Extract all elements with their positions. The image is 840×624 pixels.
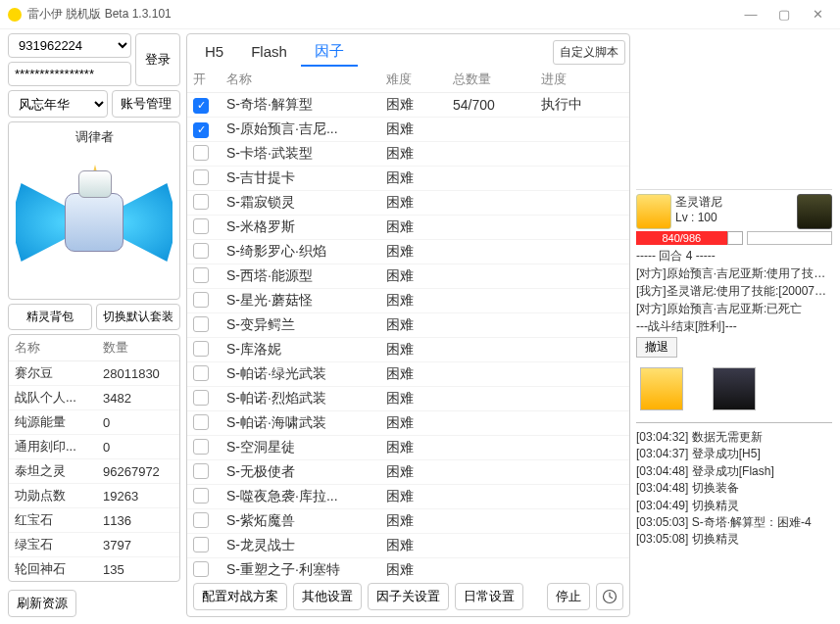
task-row[interactable]: S-龙灵战士困难 [187,534,629,558]
refresh-resources-button[interactable]: 刷新资源 [8,590,76,617]
schedule-button[interactable] [596,583,623,610]
task-row[interactable]: S-霜寂锁灵困难 [187,191,629,216]
factor-settings-button[interactable]: 因子关设置 [368,583,449,610]
account-manage-button[interactable]: 账号管理 [112,90,180,118]
task-checkbox[interactable] [193,122,209,138]
task-row[interactable]: S-变异鳄兰困难 [187,313,629,338]
task-row[interactable]: S-吉甘提卡困难 [187,167,629,191]
task-checkbox[interactable] [193,488,209,504]
party-slot-2[interactable] [713,367,756,410]
tab-flash[interactable]: Flash [237,39,301,66]
res-name: 战队个人... [9,386,97,410]
task-name: S-龙灵战士 [226,537,386,554]
battle-line: [对方]原始预言·吉尼亚斯:使用了技能:[37729]雷霆之枪 [636,264,832,282]
task-row[interactable]: S-绮影罗心·织焰困难 [187,240,629,264]
resource-row: 功勋点数19263 [9,484,179,508]
log-line: [03:05:03] S-奇塔·解算型：困难-4 [636,514,832,531]
task-name: S-吉甘提卡 [226,169,386,187]
account-select[interactable]: 931962224 [8,33,131,58]
resource-row: 绿宝石3797 [9,533,179,557]
task-diff: 困难 [386,365,453,383]
task-row[interactable]: S-空洞星徒困难 [187,436,629,460]
task-checkbox[interactable] [193,194,209,210]
title-bar: 雷小伊 脱机版 Beta 1.3.101 — ▢ ✕ [0,0,840,29]
res-qty: 96267972 [97,459,179,484]
task-checkbox[interactable] [193,243,209,259]
task-row[interactable]: S-紫炻魔兽困难 [187,509,629,534]
res-col-qty: 数量 [97,335,179,361]
tab-factor[interactable]: 因子 [301,38,358,67]
task-checkbox[interactable] [193,537,209,552]
system-log: [03:04:32] 数据无需更新[03:04:37] 登录成功[H5][03:… [636,429,832,617]
task-checkbox[interactable] [193,414,209,430]
resource-row: 泰坦之灵96267972 [9,459,179,484]
spirit-bag-button[interactable]: 精灵背包 [8,304,92,330]
stop-button[interactable]: 停止 [547,583,590,610]
enemy-hp-bar [747,231,832,245]
task-checkbox[interactable] [193,267,209,283]
task-row[interactable]: S-无极使者困难 [187,460,629,485]
task-row[interactable]: S-原始预言·吉尼...困难 [187,118,629,142]
task-row[interactable]: S-噬夜急袭·库拉...困难 [187,485,629,509]
task-diff: 困难 [386,488,453,505]
task-row[interactable]: S-重塑之子·利塞特困难 [187,558,629,577]
task-checkbox[interactable] [193,365,209,381]
close-button[interactable]: ✕ [811,8,824,22]
task-row[interactable]: S-奇塔·解算型困难54/700执行中 [187,93,629,118]
task-checkbox[interactable] [193,512,209,528]
res-name: 纯源能量 [9,410,97,435]
task-diff: 困难 [386,512,453,530]
res-qty: 1136 [97,508,179,533]
res-name: 赛尔豆 [9,361,97,386]
task-row[interactable]: S-帕诺·海啸武装困难 [187,411,629,436]
task-row[interactable]: S-米格罗斯困难 [187,216,629,240]
minimize-button[interactable]: — [744,8,758,22]
default-set-button[interactable]: 切换默认套装 [96,304,180,330]
task-diff: 困难 [386,218,453,236]
party-slot-1[interactable] [640,367,683,410]
task-row[interactable]: S-帕诺·烈焰武装困难 [187,387,629,411]
res-qty: 28011830 [97,361,179,386]
task-checkbox[interactable] [193,390,209,406]
task-checkbox[interactable] [193,341,209,357]
task-name: S-星光·蘑菇怪 [226,292,386,310]
daily-settings-button[interactable]: 日常设置 [455,583,523,610]
task-checkbox[interactable] [193,316,209,332]
config-plan-button[interactable]: 配置对战方案 [193,583,287,610]
login-button[interactable]: 登录 [135,33,180,86]
hp-text: 840/986 [636,231,727,245]
resource-row: 纯源能量0 [9,410,179,435]
resource-table: 名称 数量 赛尔豆28011830战队个人...3482纯源能量0通用刻印...… [8,334,180,582]
task-checkbox[interactable] [193,561,209,577]
task-checkbox[interactable] [193,169,209,185]
res-qty: 19263 [97,484,179,508]
task-diff: 困难 [386,169,453,187]
task-list[interactable]: S-奇塔·解算型困难54/700执行中S-原始预言·吉尼...困难S-卡塔·武装… [187,93,629,577]
task-checkbox[interactable] [193,98,209,114]
task-row[interactable]: S-西塔·能源型困难 [187,264,629,289]
tab-h5[interactable]: H5 [191,39,237,66]
task-name: S-米格罗斯 [226,218,386,236]
other-settings-button[interactable]: 其他设置 [293,583,362,610]
log-line: [03:04:49] 切换精灵 [636,498,832,514]
task-row[interactable]: S-帕诺·绿光武装困难 [187,362,629,387]
task-row[interactable]: S-星光·蘑菇怪困难 [187,289,629,313]
retreat-button[interactable]: 撤退 [636,337,677,358]
task-checkbox[interactable] [193,463,209,479]
task-diff: 困难 [386,145,453,163]
password-input[interactable] [8,62,131,86]
task-checkbox[interactable] [193,292,209,308]
task-checkbox[interactable] [193,439,209,455]
log-line: [03:04:48] 登录成功[Flash] [636,463,832,480]
task-checkbox[interactable] [193,218,209,234]
task-name: S-紫炻魔兽 [226,512,386,530]
maximize-button[interactable]: ▢ [777,8,791,22]
custom-script-button[interactable]: 自定义脚本 [553,40,625,65]
task-checkbox[interactable] [193,145,209,161]
server-select[interactable]: 风忘年华 [8,90,108,118]
task-diff: 困难 [386,120,453,138]
res-name: 精灵还原... [9,582,97,583]
task-row[interactable]: S-卡塔·武装型困难 [187,142,629,167]
task-row[interactable]: S-库洛妮困难 [187,338,629,362]
banner-area [636,33,832,190]
